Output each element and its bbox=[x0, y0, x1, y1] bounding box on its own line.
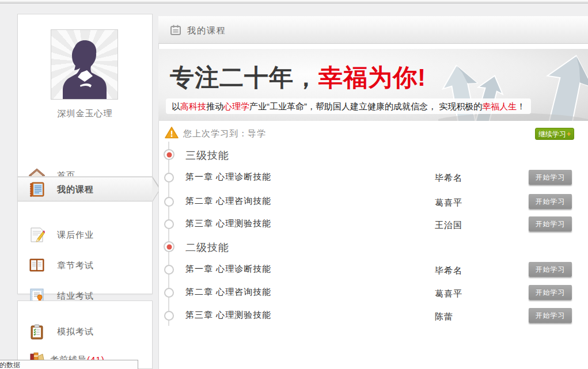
chapter-radio[interactable] bbox=[164, 197, 174, 207]
subtitle-part: 推动 bbox=[206, 101, 223, 111]
start-learning-button[interactable]: 开始学习 bbox=[529, 262, 572, 277]
start-learning-button[interactable]: 开始学习 bbox=[529, 285, 572, 300]
sidebar-profile-card: 深圳金玉心理 首页 bbox=[17, 14, 153, 294]
section-radio-filled[interactable] bbox=[164, 149, 174, 160]
plus-icon: + bbox=[567, 130, 571, 138]
section-radio-filled[interactable] bbox=[164, 241, 174, 252]
start-learning-button[interactable]: 开始学习 bbox=[529, 194, 572, 209]
resume-notice-target: 导学 bbox=[248, 128, 266, 138]
sidebar-item-label: 结业考试 bbox=[57, 291, 94, 302]
subtitle-part: 幸福人生 bbox=[482, 101, 517, 111]
page-title: 我的课程 bbox=[187, 25, 226, 36]
chapter-radio[interactable] bbox=[164, 173, 174, 182]
section-title: 二级技能 bbox=[185, 241, 229, 254]
sidebar-item-homework[interactable]: 课后作业 bbox=[18, 220, 152, 250]
chapter-name[interactable]: 第三章 心理测验技能 bbox=[185, 218, 271, 229]
chapter-teacher: 毕希名 bbox=[435, 173, 462, 184]
sidebar-item-label: 我的课程 bbox=[57, 184, 94, 195]
notebook-icon bbox=[29, 181, 45, 197]
sidebar-item-label: 章节考试 bbox=[57, 260, 94, 271]
clipboard-icon bbox=[29, 324, 45, 340]
radio-dot bbox=[166, 244, 172, 249]
chapter-name[interactable]: 第二章 心理咨询技能 bbox=[185, 196, 271, 207]
chapter-radio[interactable] bbox=[164, 311, 174, 321]
warning-icon bbox=[165, 127, 179, 141]
chapter-radio[interactable] bbox=[164, 219, 174, 229]
chapter-name[interactable]: 第一章 心理诊断技能 bbox=[185, 172, 271, 182]
chapter-teacher: 葛喜平 bbox=[435, 197, 462, 208]
banner-headline-red: 幸福为你! bbox=[318, 64, 426, 91]
chapter-teacher: 葛喜平 bbox=[435, 288, 462, 299]
chapter-name[interactable]: 第一章 心理诊断技能 bbox=[185, 264, 271, 275]
top-strip bbox=[0, 0, 588, 3]
page-root: 深圳金玉心理 首页 bbox=[0, 0, 588, 369]
resume-notice-prefix: 您上次学习到： bbox=[183, 128, 248, 138]
chapter-radio[interactable] bbox=[164, 288, 174, 298]
sidebar-item-my-courses[interactable]: 我的课程 bbox=[18, 177, 152, 201]
main-header: 我的课程 bbox=[158, 16, 588, 44]
open-book-icon bbox=[29, 257, 45, 273]
chapter-teacher: 王治国 bbox=[435, 220, 462, 231]
sidebar-exam-card: 模拟考试 考前辅导(41) bbox=[17, 300, 153, 369]
avatar-silhouette bbox=[51, 30, 118, 100]
chapter-name[interactable]: 第三章 心理测验技能 bbox=[185, 310, 271, 321]
banner-headline-dark: 专注二十年， bbox=[170, 64, 318, 91]
chapter-teacher: 毕希名 bbox=[435, 265, 462, 276]
section-title: 三级技能 bbox=[185, 149, 229, 162]
continue-learning-label: 继续学习 bbox=[538, 130, 566, 138]
avatar bbox=[51, 29, 118, 100]
subtitle-part: 以 bbox=[172, 101, 180, 111]
chapter-radio[interactable] bbox=[164, 265, 174, 275]
browser-status-tooltip: 的数据 bbox=[0, 360, 138, 369]
promo-banner[interactable]: 专注二十年，幸福为你! 以高科技推动心理学产业“工业革命”，帮助国人建立健康的成… bbox=[158, 49, 588, 121]
course-timeline-line bbox=[168, 142, 169, 326]
start-learning-button[interactable]: 开始学习 bbox=[529, 170, 572, 185]
sidebar-item-mock-exam[interactable]: 模拟考试 bbox=[18, 317, 152, 347]
start-learning-button[interactable]: 开始学习 bbox=[529, 216, 572, 231]
subtitle-part: 心理学 bbox=[223, 101, 249, 111]
resume-notice: 您上次学习到：导学 bbox=[183, 128, 266, 139]
banner-headline: 专注二十年，幸福为你! bbox=[170, 62, 426, 94]
subtitle-part: 产业“工业革命”，帮助国人建立健康的成就信念， 实现积极的 bbox=[249, 101, 482, 111]
sidebar-item-label: 模拟考试 bbox=[57, 326, 94, 337]
user-name: 深圳金玉心理 bbox=[18, 108, 152, 119]
subtitle-part: ！ bbox=[517, 101, 525, 111]
subtitle-part: 高科技 bbox=[180, 101, 206, 111]
chapter-name[interactable]: 第二章 心理咨询技能 bbox=[185, 287, 271, 298]
start-learning-button[interactable]: 开始学习 bbox=[529, 308, 572, 323]
memo-icon bbox=[170, 24, 181, 38]
radio-dot bbox=[166, 152, 172, 157]
chapter-teacher: 陈蕾 bbox=[435, 311, 453, 322]
sidebar-item-chapter-exam[interactable]: 章节考试 bbox=[18, 250, 152, 280]
continue-learning-button[interactable]: 继续学习+ bbox=[535, 128, 574, 140]
sidebar-item-label: 课后作业 bbox=[57, 230, 94, 241]
homework-pencil-icon bbox=[29, 227, 45, 243]
banner-subtitle: 以高科技推动心理学产业“工业革命”，帮助国人建立健康的成就信念， 实现积极的幸福… bbox=[166, 98, 531, 114]
